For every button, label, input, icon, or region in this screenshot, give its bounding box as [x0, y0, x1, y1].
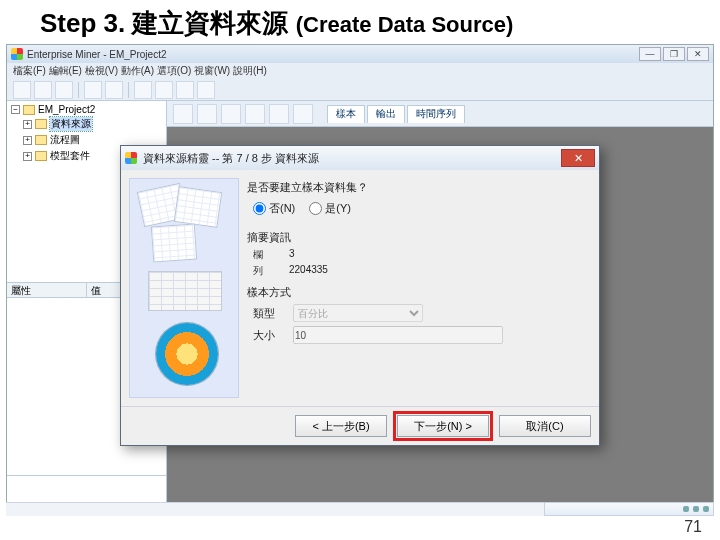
radio-yes[interactable]: 是(Y) — [309, 201, 351, 216]
dialog-titlebar[interactable]: 資料來源精靈 -- 第 7 / 8 步 資料來源 ✕ — [121, 146, 599, 170]
tab-timeseries[interactable]: 時間序列 — [407, 105, 465, 123]
tray-icon — [693, 506, 699, 512]
canvas-tabstrip: 樣本 輸出 時間序列 — [327, 105, 465, 123]
tree-diagram[interactable]: 流程圖 — [50, 133, 80, 147]
datasource-wizard-dialog: 資料來源精靈 -- 第 7 / 8 步 資料來源 ✕ 是否要建立樣本資料集？ 否… — [120, 145, 600, 446]
table-icon — [148, 271, 222, 311]
sheet-icon — [174, 186, 223, 228]
tree-model[interactable]: 模型套件 — [50, 149, 90, 163]
tree-expand-icon[interactable]: + — [23, 152, 32, 161]
radio-yes-input[interactable] — [309, 202, 322, 215]
tree-expand-icon[interactable]: + — [23, 136, 32, 145]
wizard-question: 是否要建立樣本資料集？ — [247, 180, 591, 195]
toolbar-button[interactable] — [155, 81, 173, 99]
cancel-button[interactable]: 取消(C) — [499, 415, 591, 437]
window-minimize-button[interactable]: — — [639, 47, 661, 61]
tab-output[interactable]: 輸出 — [367, 105, 405, 123]
section-summary: 摘要資訊 — [247, 230, 591, 245]
radio-no[interactable]: 否(N) — [253, 201, 295, 216]
dialog-logo-icon — [125, 152, 137, 164]
toolbar-button[interactable] — [34, 81, 52, 99]
type-label: 類型 — [253, 306, 287, 321]
toolbar-separator — [128, 82, 129, 98]
app-toolbar — [7, 79, 713, 101]
canvas-toolbar: 樣本 輸出 時間序列 — [167, 101, 713, 127]
size-label: 大小 — [253, 328, 287, 343]
tree-root[interactable]: EM_Project2 — [38, 104, 95, 115]
prop-col-name: 屬性 — [7, 283, 87, 297]
title-en: (Create Data Source) — [296, 12, 514, 37]
toolbar-button[interactable] — [84, 81, 102, 99]
toolbar-separator — [78, 82, 79, 98]
window-close-button[interactable]: ✕ — [687, 47, 709, 61]
canvas-tool-button[interactable] — [269, 104, 289, 124]
rows-value: 3 — [289, 248, 295, 262]
target-icon — [156, 323, 218, 385]
size-input[interactable] — [293, 326, 503, 344]
canvas-tool-button[interactable] — [173, 104, 193, 124]
toolbar-button[interactable] — [105, 81, 123, 99]
cols-value: 2204335 — [289, 264, 328, 278]
back-button[interactable]: < 上一步(B) — [295, 415, 387, 437]
dialog-button-row: < 上一步(B) 下一步(N) > 取消(C) — [121, 406, 599, 445]
tab-sample[interactable]: 樣本 — [327, 105, 365, 123]
folder-icon — [35, 135, 47, 145]
slide-page-number: 71 — [684, 518, 702, 536]
dialog-close-button[interactable]: ✕ — [561, 149, 595, 167]
type-select[interactable]: 百分比 — [293, 304, 423, 322]
sheet-icon — [151, 224, 197, 263]
wizard-artwork — [129, 178, 239, 398]
toolbar-button[interactable] — [134, 81, 152, 99]
slide-title: Step 3. 建立資料來源 (Create Data Source) — [0, 0, 720, 43]
tree-collapse-icon[interactable]: − — [11, 105, 20, 114]
canvas-tool-button[interactable] — [221, 104, 241, 124]
tray-icon — [683, 506, 689, 512]
section-sample: 樣本方式 — [247, 285, 591, 300]
folder-icon — [35, 119, 47, 129]
step-label: Step 3. — [40, 8, 125, 38]
canvas-tool-button[interactable] — [245, 104, 265, 124]
toolbar-button[interactable] — [55, 81, 73, 99]
tree-expand-icon[interactable]: + — [23, 120, 32, 129]
radio-no-input[interactable] — [253, 202, 266, 215]
tree-datasource[interactable]: 資料來源 — [50, 117, 92, 131]
wizard-form: 是否要建立樣本資料集？ 否(N) 是(Y) 摘要資訊 欄3 列2204335 樣… — [247, 178, 591, 398]
rows-label: 欄 — [253, 248, 281, 262]
dialog-title: 資料來源精靈 -- 第 7 / 8 步 資料來源 — [141, 151, 561, 166]
menubar-text[interactable]: 檔案(F) 編輯(E) 檢視(V) 動作(A) 選項(O) 視窗(W) 說明(H… — [13, 64, 267, 78]
status-tray — [544, 502, 714, 516]
app-logo-icon — [11, 48, 23, 60]
next-button[interactable]: 下一步(N) > — [397, 415, 489, 437]
app-menubar[interactable]: 檔案(F) 編輯(E) 檢視(V) 動作(A) 選項(O) 視窗(W) 說明(H… — [7, 63, 713, 79]
window-restore-button[interactable]: ❐ — [663, 47, 685, 61]
cols-label: 列 — [253, 264, 281, 278]
app-titlebar: Enterprise Miner - EM_Project2 — ❐ ✕ — [7, 45, 713, 63]
app-title: Enterprise Miner - EM_Project2 — [27, 49, 167, 60]
toolbar-button[interactable] — [176, 81, 194, 99]
folder-icon — [35, 151, 47, 161]
toolbar-button[interactable] — [13, 81, 31, 99]
folder-icon — [23, 105, 35, 115]
toolbar-button[interactable] — [197, 81, 215, 99]
canvas-tool-button[interactable] — [197, 104, 217, 124]
tray-icon — [703, 506, 709, 512]
canvas-tool-button[interactable] — [293, 104, 313, 124]
title-zh: 建立資料來源 — [132, 9, 288, 38]
